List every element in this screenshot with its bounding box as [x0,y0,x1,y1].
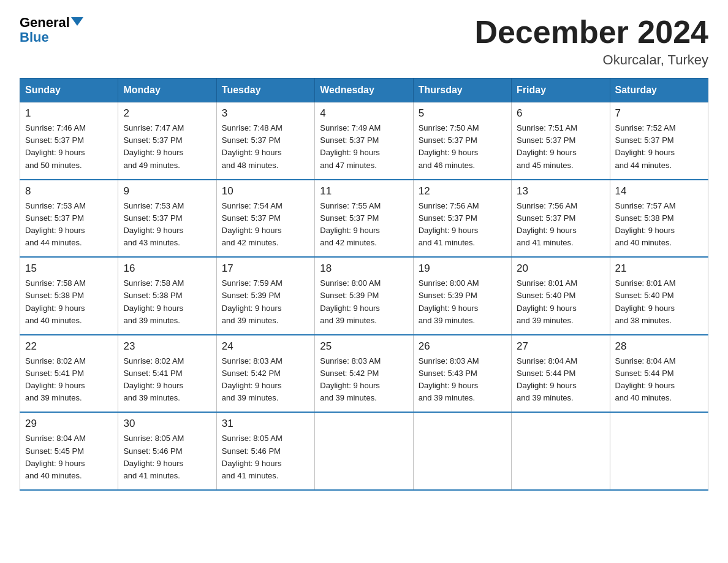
day-number: 12 [419,185,506,197]
table-cell: 30Sunrise: 8:05 AMSunset: 5:46 PMDayligh… [118,412,216,490]
table-cell: 27Sunrise: 8:04 AMSunset: 5:44 PMDayligh… [512,335,610,413]
day-info: Sunrise: 7:50 AMSunset: 5:37 PMDaylight:… [419,122,506,172]
day-info: Sunrise: 7:49 AMSunset: 5:37 PMDaylight:… [320,122,408,172]
calendar-header-row: Sunday Monday Tuesday Wednesday Thursday… [20,79,708,102]
table-cell: 19Sunrise: 8:00 AMSunset: 5:39 PMDayligh… [413,257,511,335]
table-cell: 29Sunrise: 8:04 AMSunset: 5:45 PMDayligh… [20,412,118,490]
day-info: Sunrise: 7:46 AMSunset: 5:37 PMDaylight:… [25,122,113,172]
day-info: Sunrise: 8:03 AMSunset: 5:42 PMDaylight:… [222,355,309,405]
day-number: 18 [320,262,408,275]
month-title: December 2024 [474,15,708,50]
day-number: 5 [419,107,506,120]
day-number: 31 [222,418,309,430]
day-info: Sunrise: 7:47 AMSunset: 5:37 PMDaylight:… [123,122,211,172]
logo-blue-text: Blue [20,29,49,45]
day-number: 23 [123,340,211,353]
day-info: Sunrise: 7:58 AMSunset: 5:38 PMDaylight:… [123,277,211,327]
day-info: Sunrise: 7:48 AMSunset: 5:37 PMDaylight:… [222,122,309,172]
table-cell: 17Sunrise: 7:59 AMSunset: 5:39 PMDayligh… [216,257,314,335]
day-number: 1 [25,107,113,120]
logo-arrow-icon [71,17,83,26]
page-header: General Blue December 2024 Okurcalar, Tu… [20,15,708,68]
table-cell [512,412,610,490]
table-cell: 8Sunrise: 7:53 AMSunset: 5:37 PMDaylight… [20,180,118,258]
table-cell: 28Sunrise: 8:04 AMSunset: 5:44 PMDayligh… [610,335,708,413]
col-thursday: Thursday [413,79,511,102]
day-info: Sunrise: 8:04 AMSunset: 5:44 PMDaylight:… [517,355,604,405]
table-cell: 24Sunrise: 8:03 AMSunset: 5:42 PMDayligh… [216,335,314,413]
week-row-5: 29Sunrise: 8:04 AMSunset: 5:45 PMDayligh… [20,412,708,490]
day-info: Sunrise: 7:57 AMSunset: 5:38 PMDaylight:… [615,200,703,250]
day-info: Sunrise: 8:01 AMSunset: 5:40 PMDaylight:… [517,277,604,327]
table-cell: 9Sunrise: 7:53 AMSunset: 5:37 PMDaylight… [118,180,216,258]
week-row-2: 8Sunrise: 7:53 AMSunset: 5:37 PMDaylight… [20,180,708,258]
day-number: 4 [320,107,408,120]
day-number: 27 [517,340,604,353]
day-info: Sunrise: 7:53 AMSunset: 5:37 PMDaylight:… [25,200,113,250]
logo: General Blue [20,15,85,45]
day-info: Sunrise: 7:54 AMSunset: 5:37 PMDaylight:… [222,200,309,250]
table-cell: 22Sunrise: 8:02 AMSunset: 5:41 PMDayligh… [20,335,118,413]
day-info: Sunrise: 8:00 AMSunset: 5:39 PMDaylight:… [419,277,506,327]
table-cell: 15Sunrise: 7:58 AMSunset: 5:38 PMDayligh… [20,257,118,335]
table-cell: 21Sunrise: 8:01 AMSunset: 5:40 PMDayligh… [610,257,708,335]
table-cell: 2Sunrise: 7:47 AMSunset: 5:37 PMDaylight… [118,102,216,180]
day-number: 19 [419,262,506,275]
table-cell: 10Sunrise: 7:54 AMSunset: 5:37 PMDayligh… [216,180,314,258]
table-cell: 31Sunrise: 8:05 AMSunset: 5:46 PMDayligh… [216,412,314,490]
table-cell: 13Sunrise: 7:56 AMSunset: 5:37 PMDayligh… [512,180,610,258]
day-info: Sunrise: 8:05 AMSunset: 5:46 PMDaylight:… [123,432,211,482]
day-number: 7 [615,107,703,120]
day-number: 9 [123,185,211,197]
table-cell: 6Sunrise: 7:51 AMSunset: 5:37 PMDaylight… [512,102,610,180]
week-row-4: 22Sunrise: 8:02 AMSunset: 5:41 PMDayligh… [20,335,708,413]
day-info: Sunrise: 8:00 AMSunset: 5:39 PMDaylight:… [320,277,408,327]
day-number: 26 [419,340,506,353]
day-info: Sunrise: 7:51 AMSunset: 5:37 PMDaylight:… [517,122,604,172]
day-number: 21 [615,262,703,275]
day-info: Sunrise: 7:55 AMSunset: 5:37 PMDaylight:… [320,200,408,250]
day-number: 15 [25,262,113,275]
day-number: 6 [517,107,604,120]
title-area: December 2024 Okurcalar, Turkey [474,15,708,68]
table-cell: 20Sunrise: 8:01 AMSunset: 5:40 PMDayligh… [512,257,610,335]
day-info: Sunrise: 7:52 AMSunset: 5:37 PMDaylight:… [615,122,703,172]
day-info: Sunrise: 8:01 AMSunset: 5:40 PMDaylight:… [615,277,703,327]
day-number: 10 [222,185,309,197]
col-saturday: Saturday [610,79,708,102]
day-info: Sunrise: 7:56 AMSunset: 5:37 PMDaylight:… [517,200,604,250]
day-info: Sunrise: 8:02 AMSunset: 5:41 PMDaylight:… [25,355,113,405]
day-info: Sunrise: 8:03 AMSunset: 5:43 PMDaylight:… [419,355,506,405]
table-cell: 16Sunrise: 7:58 AMSunset: 5:38 PMDayligh… [118,257,216,335]
day-info: Sunrise: 7:59 AMSunset: 5:39 PMDaylight:… [222,277,309,327]
day-info: Sunrise: 8:02 AMSunset: 5:41 PMDaylight:… [123,355,211,405]
table-cell: 18Sunrise: 8:00 AMSunset: 5:39 PMDayligh… [315,257,413,335]
day-info: Sunrise: 7:56 AMSunset: 5:37 PMDaylight:… [419,200,506,250]
table-cell: 3Sunrise: 7:48 AMSunset: 5:37 PMDaylight… [216,102,314,180]
day-info: Sunrise: 8:04 AMSunset: 5:45 PMDaylight:… [25,432,113,482]
day-info: Sunrise: 8:04 AMSunset: 5:44 PMDaylight:… [615,355,703,405]
table-cell [413,412,511,490]
table-cell: 14Sunrise: 7:57 AMSunset: 5:38 PMDayligh… [610,180,708,258]
day-number: 25 [320,340,408,353]
table-cell: 23Sunrise: 8:02 AMSunset: 5:41 PMDayligh… [118,335,216,413]
week-row-1: 1Sunrise: 7:46 AMSunset: 5:37 PMDaylight… [20,102,708,180]
table-cell [610,412,708,490]
day-number: 2 [123,107,211,120]
col-friday: Friday [512,79,610,102]
day-number: 29 [25,418,113,430]
day-number: 28 [615,340,703,353]
col-wednesday: Wednesday [315,79,413,102]
day-number: 17 [222,262,309,275]
day-number: 22 [25,340,113,353]
col-sunday: Sunday [20,79,118,102]
table-cell: 26Sunrise: 8:03 AMSunset: 5:43 PMDayligh… [413,335,511,413]
location-text: Okurcalar, Turkey [474,52,708,68]
day-number: 14 [615,185,703,197]
table-cell: 25Sunrise: 8:03 AMSunset: 5:42 PMDayligh… [315,335,413,413]
day-info: Sunrise: 8:05 AMSunset: 5:46 PMDaylight:… [222,432,309,482]
day-number: 24 [222,340,309,353]
day-info: Sunrise: 8:03 AMSunset: 5:42 PMDaylight:… [320,355,408,405]
table-cell: 12Sunrise: 7:56 AMSunset: 5:37 PMDayligh… [413,180,511,258]
logo-general-text: General [20,15,70,31]
